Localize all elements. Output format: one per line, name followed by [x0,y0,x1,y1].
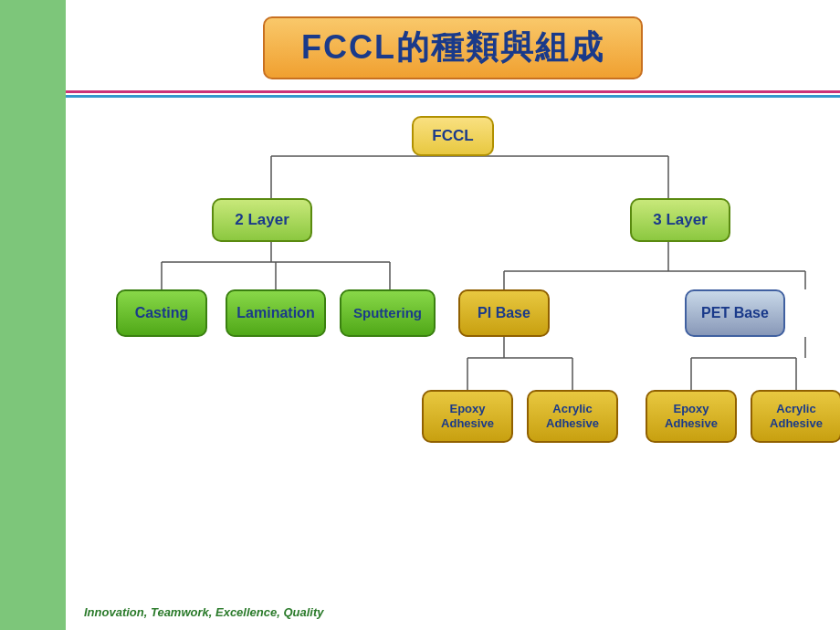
node-casting: Casting [116,289,207,337]
node-acrylic2: Acrylic Adhesive [751,390,840,443]
page-title: FCCL的種類與組成 [263,16,643,79]
node-epoxy2: Epoxy Adhesive [646,390,737,443]
node-acrylic1: Acrylic Adhesive [527,390,618,443]
node-lamination: Lamination [226,289,326,337]
node-sputtering: Sputtering [340,289,436,337]
node-fccl: FCCL [412,116,494,156]
main-content: FCCL的種類與組成 [66,0,840,630]
sidebar [0,0,66,630]
node-2layer: 2 Layer [212,198,312,242]
connector-lines [66,98,840,598]
node-3layer: 3 Layer [630,198,730,242]
node-epoxy1: Epoxy Adhesive [422,390,513,443]
footer-text: Innovation, Teamwork, Excellence, Qualit… [66,598,840,630]
diagram: FCCL 2 Layer 3 Layer Casting Lamination … [66,98,840,598]
node-petbase: PET Base [685,289,785,337]
hr-top [66,90,840,93]
title-area: FCCL的種類與組成 [66,0,840,79]
node-pibase: PI Base [458,289,550,337]
divider [66,90,840,98]
